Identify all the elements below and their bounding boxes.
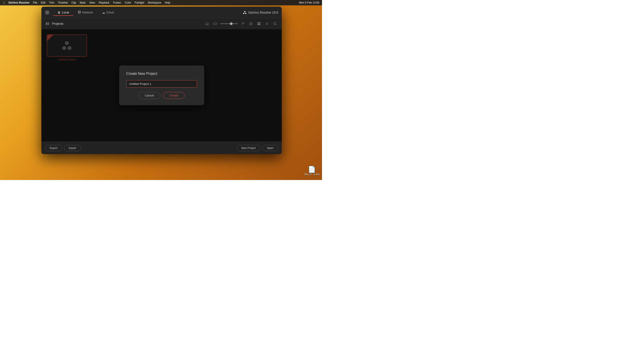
grid-view-button[interactable]: [256, 20, 262, 27]
menu-playback[interactable]: Playback: [97, 1, 111, 5]
create-button[interactable]: Create: [163, 92, 185, 99]
menubar:  DaVinci Resolve File Edit Trim Timelin…: [0, 0, 322, 5]
titlebar-tabs: 🖥 Local Network ☁ Cloud: [53, 9, 118, 16]
svg-line-22: [276, 24, 276, 25]
app-title: DaVinci Resolve 18.6: [248, 11, 278, 14]
bottom-bar: Export Import New Project Open: [41, 142, 282, 154]
menubar-datetime: Mon 5 Feb 13:05: [298, 1, 320, 5]
desktop-file-item[interactable]: 📄 Tree_Fr...ct.xlsx: [304, 166, 320, 176]
new-project-button[interactable]: New Project: [236, 145, 260, 151]
menu-help[interactable]: Help: [163, 1, 172, 5]
menu-color[interactable]: Color: [123, 1, 133, 5]
menu-fusion[interactable]: Fusion: [112, 1, 123, 5]
bottom-right-actions: New Project Open: [236, 145, 278, 151]
menu-view[interactable]: View: [88, 1, 96, 5]
sort-button[interactable]: [240, 20, 246, 27]
menu-timeline[interactable]: Timeline: [56, 1, 70, 5]
list-view-button[interactable]: [264, 20, 270, 27]
tab-network[interactable]: Network: [73, 9, 98, 16]
window-close-button[interactable]: ×: [45, 10, 50, 15]
network-icon: [78, 10, 81, 14]
menu-mark[interactable]: Mark: [78, 1, 87, 5]
projects-area: ✓ Untitled Project Create New Project: [41, 29, 282, 142]
menu-clip[interactable]: Clip: [70, 1, 78, 5]
modal-title: Create New Project: [126, 72, 197, 76]
svg-rect-4: [48, 22, 49, 25]
tab-local[interactable]: 🖥 Local: [53, 9, 73, 16]
resolve-window: × 🖥 Local Network ☁ Cloud: [41, 7, 282, 154]
export-button[interactable]: Export: [45, 145, 62, 151]
file-label: Tree_Fr...ct.xlsx: [304, 173, 320, 176]
info-button[interactable]: [248, 20, 254, 27]
svg-rect-15: [259, 22, 260, 23]
svg-rect-14: [258, 22, 259, 23]
app-menu-davinci[interactable]: DaVinci Resolve: [7, 1, 31, 5]
menu-trim[interactable]: Trim: [48, 1, 56, 5]
svg-rect-3: [46, 22, 47, 25]
projects-toolbar: Projects: [41, 18, 282, 29]
toolbar-right-actions: [204, 20, 278, 27]
window-titlebar: × 🖥 Local Network ☁ Cloud: [41, 7, 282, 18]
cancel-button[interactable]: Cancel: [138, 92, 160, 99]
svg-point-21: [274, 22, 276, 24]
svg-point-13: [251, 23, 251, 23]
project-name-input[interactable]: [126, 80, 197, 88]
logo-dot-top: [244, 11, 246, 12]
svg-rect-17: [259, 24, 260, 25]
svg-rect-7: [214, 23, 216, 24]
menu-file[interactable]: File: [31, 1, 39, 5]
menubar-right: Mon 5 Feb 13:05: [298, 1, 320, 5]
menu-edit[interactable]: Edit: [39, 1, 47, 5]
modal-overlay: Create New Project Cancel Create: [41, 29, 282, 142]
create-project-modal: Create New Project Cancel Create: [119, 65, 204, 105]
sidebar-toggle-button[interactable]: [45, 21, 50, 26]
import-button[interactable]: Import: [64, 145, 81, 151]
local-icon: 🖥: [58, 11, 60, 14]
modal-buttons: Cancel Create: [126, 92, 197, 99]
tab-cloud-label: Cloud: [106, 11, 114, 14]
zoom-slider[interactable]: [220, 23, 238, 24]
search-button[interactable]: [272, 20, 278, 27]
menu-fairlight[interactable]: Fairlight: [133, 1, 146, 5]
file-icon: 📄: [304, 166, 320, 173]
logo-dot-bl: [243, 13, 244, 14]
open-button[interactable]: Open: [262, 145, 278, 151]
new-folder-button[interactable]: [204, 20, 210, 27]
logo-dot-br: [245, 13, 246, 14]
menu-workspace[interactable]: Workspace: [146, 1, 163, 5]
close-icon: ×: [46, 11, 48, 14]
tab-local-label: Local: [62, 11, 69, 14]
app-logo: DaVinci Resolve 18.6: [243, 11, 278, 14]
tab-network-label: Network: [82, 11, 93, 14]
logo-dots: [243, 11, 246, 14]
zoom-slider-thumb[interactable]: [230, 22, 232, 25]
view-single-button[interactable]: [212, 20, 218, 27]
tab-cloud[interactable]: ☁ Cloud: [98, 9, 118, 16]
apple-menu[interactable]: : [2, 0, 6, 5]
svg-rect-16: [258, 24, 259, 25]
cloud-icon: ☁: [102, 11, 105, 14]
toolbar-projects-title: Projects: [52, 22, 64, 25]
